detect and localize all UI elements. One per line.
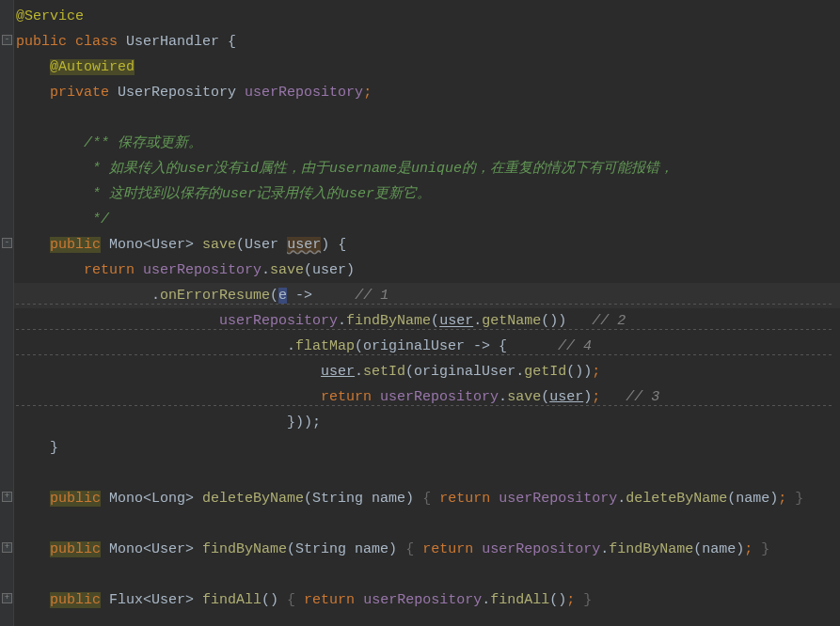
dot: . — [287, 338, 295, 354]
code-line[interactable]: @Service — [16, 4, 840, 29]
method-call: findAll — [490, 592, 549, 608]
method-call: deleteByName — [626, 491, 727, 507]
paren: ()) — [566, 364, 592, 380]
code-line[interactable]: public Mono<User> save(User user) { — [16, 232, 840, 258]
parameter: user — [287, 237, 321, 253]
brace: { — [414, 491, 431, 507]
blank-line[interactable] — [16, 105, 840, 131]
method-name: findByName — [194, 541, 287, 557]
dot: . — [355, 364, 363, 380]
brace: } — [753, 541, 769, 557]
code-line[interactable]: public Flux<User> findAll() { return use… — [16, 587, 840, 613]
return-type: Mono<User> — [109, 237, 194, 253]
comment: // 3 — [600, 389, 659, 405]
code-line[interactable]: userRepository.findByName(user.getName()… — [16, 308, 840, 334]
method-name: save — [202, 237, 236, 253]
dot: . — [262, 262, 270, 278]
method-call: getName — [482, 313, 541, 329]
args: (name) — [727, 491, 778, 507]
paren: ( — [270, 288, 278, 304]
method-call: flatMap — [295, 338, 355, 354]
code-area[interactable]: @Service public class UserHandler { @Aut… — [14, 0, 840, 626]
keyword-public: public — [50, 237, 101, 253]
paren: ) — [321, 237, 329, 253]
semicolon: ; — [778, 491, 786, 507]
code-line[interactable]: } — [16, 435, 840, 461]
comment: // 2 — [566, 313, 626, 329]
paren: ) — [583, 389, 592, 405]
code-line[interactable]: user.setId(originalUser.getId()); — [16, 359, 840, 384]
code-line[interactable]: .flatMap(originalUser -> { // 4 — [16, 334, 840, 359]
dot: . — [473, 313, 482, 329]
keyword-public: public — [50, 541, 101, 557]
return-type: Mono<Long> — [101, 491, 194, 507]
lambda-open: (originalUser -> { — [355, 338, 507, 354]
brace: { — [329, 237, 346, 253]
args: (name) — [693, 541, 744, 557]
keyword-public: public — [50, 491, 101, 507]
code-line[interactable]: public class UserHandler { — [16, 29, 840, 55]
paren: (User — [236, 237, 278, 253]
method-name: deleteByName — [194, 491, 304, 507]
javadoc: /** 保存或更新。 — [84, 135, 202, 151]
brace: } — [786, 491, 803, 507]
fold-marker[interactable]: - — [2, 35, 12, 45]
fold-marker[interactable]: + — [2, 542, 12, 553]
dot: . — [338, 313, 346, 329]
javadoc: */ — [84, 211, 109, 227]
fold-marker[interactable]: + — [2, 492, 12, 502]
lambda-param: e — [278, 288, 287, 304]
annotation-autowired: @Autowired — [50, 59, 135, 75]
annotation: @Service — [16, 8, 84, 24]
code-line[interactable]: @Autowired — [16, 55, 840, 80]
closing: })); — [287, 415, 321, 430]
code-line[interactable]: * 如果传入的user没有id属性，由于username是unique的，在重复… — [16, 156, 840, 181]
args: () — [549, 592, 566, 608]
field: userRepository — [372, 389, 499, 405]
arrow: -> — [287, 288, 312, 304]
keyword-return: return — [414, 541, 473, 557]
dot: . — [151, 288, 160, 304]
brace: { — [219, 34, 236, 50]
var-ref: user — [321, 364, 355, 380]
code-line[interactable]: */ — [16, 207, 840, 232]
method-call: setId — [363, 364, 405, 380]
code-line[interactable]: })); — [16, 410, 840, 435]
code-line[interactable]: * 这时找到以保存的user记录用传入的user更新它。 — [16, 181, 840, 207]
paren: ( — [431, 313, 439, 329]
paren: ( — [541, 389, 549, 405]
dot: . — [600, 541, 609, 557]
code-line[interactable]: return userRepository.save(user) — [16, 258, 840, 283]
dot: . — [499, 389, 507, 405]
type: UserRepository — [118, 85, 236, 101]
code-line[interactable]: public Mono<User> findByName(String name… — [16, 537, 840, 562]
code-line[interactable]: private UserRepository userRepository; — [16, 80, 840, 105]
brace: { — [397, 541, 414, 557]
blank-line[interactable] — [16, 461, 840, 486]
var-ref: user — [549, 389, 583, 405]
blank-line[interactable] — [16, 511, 840, 537]
keyword-return: return — [431, 491, 490, 507]
return-type: Flux<User> — [101, 592, 194, 608]
blank-line[interactable] — [16, 562, 840, 587]
brace: } — [50, 440, 58, 456]
field: userRepository — [219, 313, 338, 329]
code-line[interactable]: public Mono<Long> deleteByName(String na… — [16, 486, 840, 511]
semicolon: ; — [363, 85, 372, 101]
fold-marker[interactable]: + — [2, 593, 12, 603]
code-line[interactable]: .onErrorResume(e -> // 1 — [16, 283, 840, 308]
code-line[interactable]: /** 保存或更新。 — [16, 131, 840, 156]
code-line[interactable]: return userRepository.save(user); // 3 — [16, 384, 840, 410]
code-editor[interactable]: - - + + + @Service public class UserHand… — [0, 0, 840, 626]
semicolon: ; — [592, 389, 600, 405]
method-call: save — [270, 262, 304, 278]
field: userRepository — [355, 592, 482, 608]
field: userRepository — [135, 262, 262, 278]
keyword-return: return — [321, 389, 372, 405]
params: (String name) — [304, 491, 414, 507]
params: () — [262, 592, 278, 608]
fold-marker[interactable]: - — [2, 238, 12, 248]
brace: { — [278, 592, 295, 608]
method-name: findAll — [194, 592, 262, 608]
field: userRepository — [490, 491, 617, 507]
